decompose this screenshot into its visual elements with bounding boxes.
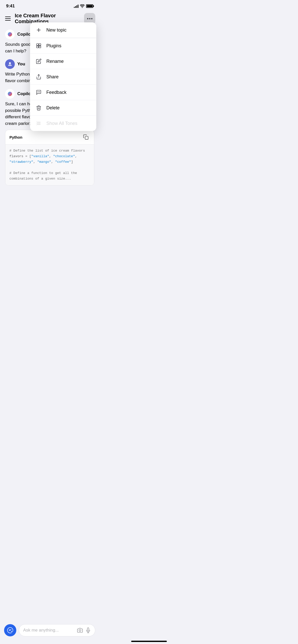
feedback-label: Feedback — [46, 90, 66, 95]
new-topic-label: New topic — [46, 27, 66, 33]
rename-icon — [35, 58, 42, 65]
plugins-icon — [35, 42, 42, 49]
plugins-label: Plugins — [46, 43, 61, 49]
delete-label: Delete — [46, 105, 60, 111]
menu-item-show-all-tones: Show All Tones — [30, 116, 96, 131]
feedback-icon — [35, 89, 42, 96]
svg-rect-12 — [37, 46, 38, 48]
delete-icon — [35, 104, 42, 111]
svg-rect-10 — [39, 44, 41, 46]
menu-item-share[interactable]: Share — [30, 69, 96, 85]
dropdown-menu: New topic Plugins Rename — [30, 22, 96, 131]
tones-icon — [35, 120, 42, 127]
menu-item-delete[interactable]: Delete — [30, 100, 96, 116]
menu-item-rename[interactable]: Rename — [30, 54, 96, 69]
menu-item-plugins[interactable]: Plugins — [30, 38, 96, 54]
svg-rect-9 — [37, 44, 38, 46]
svg-rect-11 — [39, 46, 41, 48]
share-label: Share — [46, 74, 59, 80]
show-all-tones-label: Show All Tones — [46, 121, 77, 126]
svg-point-15 — [39, 92, 40, 92]
rename-label: Rename — [46, 59, 64, 64]
menu-item-feedback[interactable]: Feedback — [30, 85, 96, 100]
dropdown-overlay: New topic Plugins Rename — [0, 0, 99, 221]
svg-point-14 — [38, 92, 38, 92]
share-icon — [35, 73, 42, 80]
menu-item-new-topic[interactable]: New topic — [30, 22, 96, 38]
plus-icon — [35, 26, 42, 34]
